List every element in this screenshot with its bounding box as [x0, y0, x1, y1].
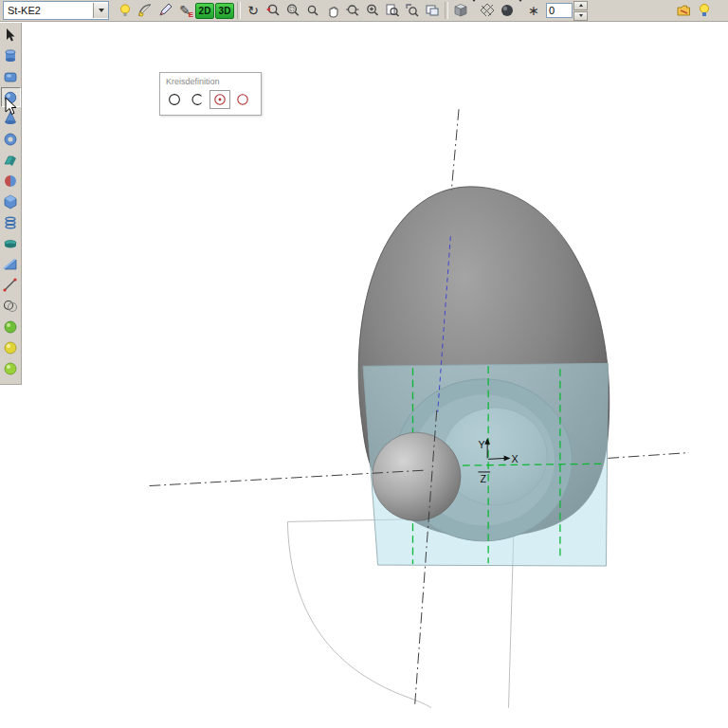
sphere-tool-button[interactable]: [1, 87, 21, 107]
coil-tool-button[interactable]: [1, 212, 21, 232]
sphere-lime-icon: [2, 360, 19, 377]
rotate-icon: ↻: [247, 4, 259, 17]
circle-full-icon: [167, 93, 182, 106]
zoom-window-button[interactable]: [283, 1, 302, 20]
prism-tool-button[interactable]: [1, 191, 21, 211]
revolve-tool-button[interactable]: [1, 171, 21, 191]
e-mode-label: E: [189, 10, 193, 19]
edit-pen-e-button[interactable]: ✎ E: [175, 1, 194, 20]
measure-button[interactable]: [136, 1, 155, 20]
zoom-previous-button[interactable]: [264, 1, 282, 20]
axis-label-z: Z: [480, 473, 486, 484]
disc-icon: [2, 235, 19, 252]
chevron-down-icon[interactable]: [93, 3, 108, 18]
extrude-icon: [2, 152, 19, 169]
zoom-window-icon: [285, 3, 300, 18]
cylinder-tool-button[interactable]: [1, 46, 21, 65]
hatch-grid-button[interactable]: [478, 1, 497, 20]
sphere-green-tool-button[interactable]: [1, 317, 21, 337]
render-sphere-button[interactable]: [498, 1, 517, 20]
circle-radius-button[interactable]: [232, 90, 253, 109]
tools-lamp-button[interactable]: [695, 1, 714, 20]
folder-icon: [676, 3, 692, 18]
zoom-corner-button[interactable]: [403, 1, 422, 20]
cone-icon: [2, 110, 19, 127]
circle-full-button[interactable]: [164, 90, 185, 109]
prism-icon: [2, 193, 19, 210]
dark-sphere-icon: [500, 3, 515, 18]
star-icon: ∗: [528, 4, 539, 17]
separator: [237, 2, 241, 19]
style-dropdown-value: St-KE2: [4, 5, 41, 16]
zoom-previous-icon: [265, 3, 281, 18]
circle-arc-button[interactable]: [187, 90, 208, 109]
sphere-dropdown-arrow[interactable]: [518, 2, 523, 19]
sphere-yellow-icon: [2, 339, 19, 356]
number-spinner: [546, 1, 588, 21]
wire-circles-tool-button[interactable]: [1, 296, 21, 316]
line-3d-icon: [2, 277, 19, 294]
zoom-circle-button[interactable]: [303, 1, 322, 20]
pan-hand-button[interactable]: [323, 1, 342, 20]
sphere-icon: [2, 89, 19, 106]
kreisdefinition-palette: Kreisdefinition: [159, 72, 262, 116]
viewport-frame-button[interactable]: [423, 1, 442, 20]
zoom-page-button[interactable]: [383, 1, 402, 20]
circle-center-point-button[interactable]: [209, 90, 230, 109]
line-3d-tool-button[interactable]: [1, 275, 21, 295]
lightbulb-icon: [118, 3, 133, 18]
zoom-extents-button[interactable]: [343, 1, 362, 20]
rounded-box-tool-button[interactable]: [1, 66, 21, 86]
sphere-green-icon: [2, 318, 19, 336]
sphere-yellow-tool-button[interactable]: [1, 337, 21, 357]
rotate-view-button[interactable]: ↻: [244, 1, 263, 20]
wire-circles-icon: [2, 298, 19, 315]
extrude-tool-button[interactable]: [1, 150, 21, 170]
sphere-lime-tool-button[interactable]: [1, 358, 21, 378]
zoom-in-button[interactable]: [363, 1, 382, 20]
lamp2-icon: [697, 3, 712, 18]
style-dropdown[interactable]: St-KE2: [3, 1, 109, 20]
cube-dropdown-arrow[interactable]: [471, 2, 477, 19]
view-2d-button[interactable]: 2D: [195, 3, 214, 19]
draw-pen-button[interactable]: [155, 1, 174, 20]
sphere-feature: [373, 432, 461, 520]
spin-down-button[interactable]: [573, 11, 588, 21]
cube-view-button[interactable]: [451, 1, 470, 20]
revolve-icon: [2, 173, 19, 190]
tube-tool-button[interactable]: [1, 129, 21, 149]
coil-icon: [2, 214, 19, 231]
view-3d-button[interactable]: 3D: [215, 3, 234, 19]
axis-label-y: Y: [478, 439, 484, 450]
disc-tool-button[interactable]: [1, 233, 21, 253]
wedge-icon: [2, 256, 19, 273]
spin-up-button[interactable]: [573, 1, 588, 10]
separator: [445, 2, 448, 19]
number-input[interactable]: [546, 3, 573, 18]
viewport-canvas[interactable]: Y X Z: [0, 21, 728, 728]
cone-tool-button[interactable]: [1, 108, 21, 128]
left-toolbar: [0, 23, 22, 385]
pen-icon: [157, 3, 173, 18]
zoom-corner-icon: [405, 3, 420, 18]
select-arrow-button[interactable]: [1, 25, 21, 45]
zoom-extents-icon: [345, 3, 360, 18]
rounded-box-icon: [2, 68, 19, 85]
palette-options: [160, 88, 261, 115]
wedge-tool-button[interactable]: [1, 254, 21, 274]
circle-center-point-icon: [212, 93, 228, 106]
hand-icon: [325, 3, 340, 18]
tools-folder-button[interactable]: [674, 1, 693, 20]
circle-radius-icon: [235, 93, 250, 106]
hatch-grid-icon: [480, 3, 495, 18]
protractor-icon: [137, 3, 153, 18]
select-arrow-icon: [2, 27, 19, 44]
zoom-in-icon: [365, 3, 380, 18]
toolbar-right-group: [674, 1, 725, 20]
circle-arc-icon: [190, 93, 205, 106]
axis-label-x: X: [511, 453, 518, 464]
cube-icon: [453, 3, 469, 18]
star-button[interactable]: ∗: [524, 1, 543, 20]
palette-title: Kreisdefinition: [160, 73, 261, 88]
lamp-button[interactable]: [116, 1, 135, 20]
